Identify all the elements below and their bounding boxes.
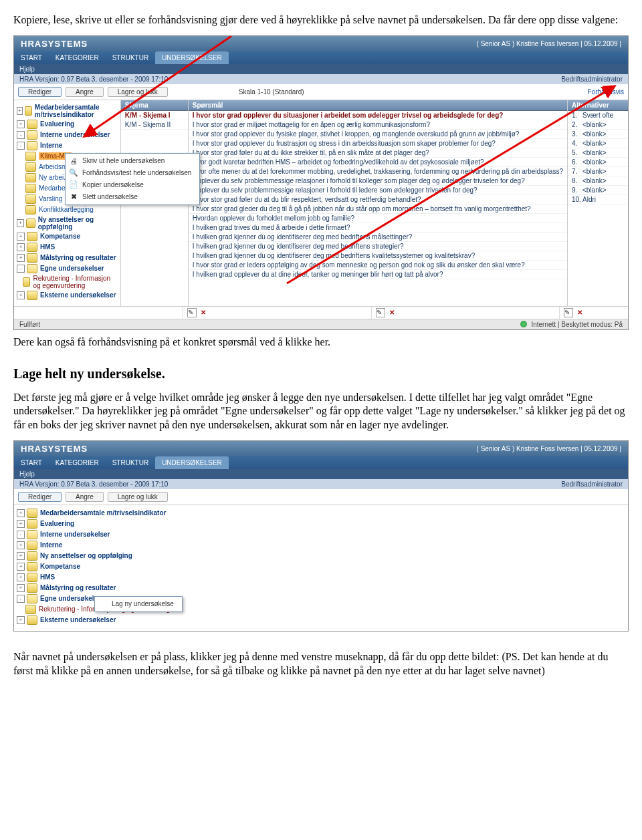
sporsmal-row[interactable]: I hvilken grad kjenner du og identifiser… (189, 233, 567, 242)
skjema-row[interactable]: K/M - Skjema I (121, 111, 188, 120)
tree-node[interactable]: -Interne (14, 140, 120, 151)
sporsmal-row[interactable]: I hvor stor grad opplever du situasjoner… (189, 111, 567, 120)
nav-start[interactable]: START (14, 51, 49, 64)
sporsmal-row[interactable]: I hvor stor grad er miljøet mottagelig f… (189, 120, 567, 130)
alternativ-row[interactable]: 3.<blank> (568, 130, 628, 139)
alternativ-row[interactable]: 5.<blank> (568, 148, 628, 158)
tree-label[interactable]: Varsling (39, 195, 62, 202)
tree-node[interactable]: +HMS (14, 572, 628, 583)
tree-label[interactable]: Konfliktkartlegging (39, 206, 94, 213)
delete-icon[interactable]: ✕ (201, 309, 206, 316)
btn-lagre[interactable]: Lagre og lukk (108, 87, 168, 97)
sporsmal-row[interactable]: I hvilken grad opplever du at dine ideer… (189, 270, 567, 279)
expand-icon[interactable]: + (17, 509, 25, 517)
expand-icon[interactable]: + (17, 541, 25, 549)
help-bar[interactable]: Hjelp (14, 64, 628, 74)
tree-label[interactable]: Interne undersøkelser (40, 131, 110, 138)
nav-struktur[interactable]: STRUKTUR (106, 51, 155, 64)
sporsmal-row[interactable]: I hvor stor grad føler du at du ikke str… (189, 148, 567, 158)
expand-icon[interactable]: + (17, 107, 23, 115)
context-menu-item[interactable]: 📄Kopier undersøkelse (66, 179, 199, 191)
edit-icon[interactable]: ✎ (376, 308, 385, 317)
sporsmal-row[interactable]: Hvordan opplever du forholdet mellom job… (189, 214, 567, 223)
tree-label[interactable]: Interne (40, 142, 62, 149)
tree-label[interactable]: Interne undersøkelser (40, 531, 110, 538)
scale-selector[interactable]: Skala 1-10 (Standard) (239, 88, 304, 96)
delete-icon[interactable]: ✕ (577, 309, 582, 316)
collapse-icon[interactable]: - (17, 595, 25, 603)
tree-node[interactable]: +Interne (14, 540, 628, 551)
context-menu-item[interactable]: ✖Slett undersøkelse (66, 191, 199, 203)
sporsmal-row[interactable]: I hvor stor grad føler du at du blir res… (189, 195, 567, 204)
sporsmal-row[interactable]: Opplever du selv problemmessige relasjon… (189, 176, 567, 186)
alternativ-row[interactable]: 8.<blank> (568, 176, 628, 186)
tree-label[interactable]: Målstyring og resultater (40, 254, 116, 261)
sporsmal-row[interactable]: Hvor godt ivaretar bedriften HMS – arbei… (189, 158, 567, 167)
sporsmal-row[interactable]: I hvilken grad kjenner du og identifiser… (189, 242, 567, 251)
tree-node[interactable]: +Medarbeidersamtale m/trivselsindikator (14, 103, 120, 119)
nav-undersokelser[interactable]: UNDERSØKELSER (155, 51, 228, 64)
expand-icon[interactable]: + (17, 573, 25, 581)
skjema-row[interactable]: K/M - Skjema II (121, 120, 188, 130)
alternativ-row[interactable]: 1.Svært ofte (568, 111, 628, 120)
collapse-icon[interactable]: - (17, 142, 25, 150)
edit-icon[interactable]: ✎ (187, 308, 197, 317)
tree-node[interactable]: +Evaluering (14, 519, 628, 529)
tree-label[interactable]: Evaluering (40, 120, 74, 128)
expand-icon[interactable]: + (17, 563, 25, 571)
tree-label[interactable]: Eksterne undersøkelser (40, 291, 116, 299)
tree-label[interactable]: Kompetanse (40, 233, 80, 240)
collapse-icon[interactable]: - (17, 131, 25, 139)
tree-node[interactable]: +Kompetanse (14, 561, 628, 572)
btn-angre[interactable]: Angre (66, 87, 104, 97)
tree-label[interactable]: Medarbeidersamtale m/trivselsindikator (40, 509, 166, 517)
tree-node[interactable]: +Målstyring og resultater (14, 253, 120, 263)
collapse-icon[interactable]: - (17, 531, 25, 539)
tree-node[interactable]: +Eksterne undersøkelser (14, 290, 120, 301)
tree-node[interactable]: -Egne undersøkelser (14, 263, 120, 274)
expand-icon[interactable]: + (17, 291, 25, 299)
nav-start[interactable]: START (14, 456, 49, 469)
nav-struktur[interactable]: STRUKTUR (106, 456, 155, 469)
alternativ-row[interactable]: 4.<blank> (568, 139, 628, 148)
tree-label[interactable]: Rekruttering - Informasjon og egenvurder… (33, 275, 117, 289)
tree-label[interactable]: Ny ansettelser og oppfølging (38, 216, 118, 231)
expand-icon[interactable]: + (17, 243, 25, 251)
alternativ-row[interactable]: 10.Aldri (568, 195, 628, 204)
alternativ-row[interactable]: 6.<blank> (568, 158, 628, 167)
tree-label[interactable]: HMS (40, 243, 55, 251)
btn-rediger[interactable]: Rediger (18, 87, 62, 97)
collapse-icon[interactable]: - (17, 265, 25, 273)
sporsmal-row[interactable]: I hvor stor grad opplever du fysiske pla… (189, 130, 567, 139)
expand-icon[interactable]: + (17, 584, 25, 592)
help-bar[interactable]: Hjelp (14, 469, 628, 479)
btn-lagre[interactable]: Lagre og lukk (108, 492, 168, 502)
btn-rediger[interactable]: Rediger (18, 492, 62, 502)
expand-icon[interactable]: + (17, 616, 25, 624)
tree-node[interactable]: Rekruttering - Informasjon og egenvurder… (14, 274, 120, 290)
alternativ-row[interactable]: 7.<blank> (568, 167, 628, 176)
expand-icon[interactable]: + (17, 219, 24, 227)
expand-icon[interactable]: + (17, 520, 25, 528)
expand-icon[interactable]: + (17, 233, 25, 241)
btn-angre[interactable]: Angre (66, 492, 104, 502)
nav-kategorier[interactable]: KATEGORIER (49, 51, 106, 64)
tree-node[interactable]: +Ny ansettelser og oppfølging (14, 215, 120, 231)
tree-node[interactable]: +Eksterne undersøkelser (14, 615, 628, 625)
sporsmal-row[interactable]: I hvor stor grad opplever du frustrasjon… (189, 139, 567, 148)
tree-label[interactable]: Eksterne undersøkelser (40, 616, 116, 623)
tree-label[interactable]: Evaluering (40, 520, 74, 527)
expand-icon[interactable]: + (17, 120, 25, 128)
delete-icon[interactable]: ✕ (389, 309, 395, 316)
tree-node[interactable]: Konfliktkartlegging (14, 204, 120, 215)
tree-label[interactable]: Interne (40, 541, 62, 549)
sporsmal-row[interactable]: I hvilken grad kjenner du og identifiser… (189, 251, 567, 261)
sporsmal-row[interactable]: Hvor ofte mener du at det forekommer mob… (189, 167, 567, 176)
sporsmal-row[interactable]: Opplever du selv problemmessige relasjon… (189, 186, 567, 195)
tree-node[interactable]: +HMS (14, 242, 120, 253)
alternativ-row[interactable]: 2.<blank> (568, 120, 628, 130)
tree-label[interactable]: Målstyring og resultater (40, 584, 116, 591)
tree-node[interactable]: +Medarbeidersamtale m/trivselsindikator (14, 508, 628, 519)
sporsmal-row[interactable]: I hvor stor grad gleder du deg til å gå … (189, 204, 567, 214)
tree-label[interactable]: Ny ansettelser og oppfølging (40, 552, 132, 559)
